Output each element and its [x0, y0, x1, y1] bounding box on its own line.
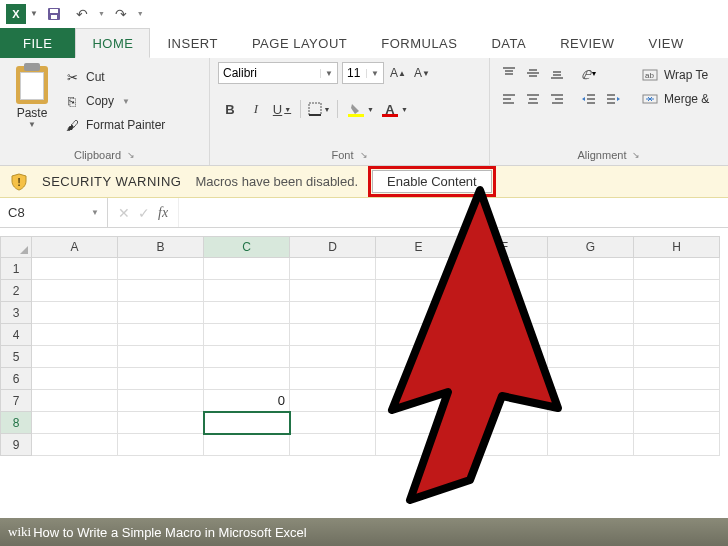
format-painter-button[interactable]: 🖌Format Painter	[64, 114, 165, 136]
column-header[interactable]: H	[634, 236, 720, 258]
paste-button[interactable]: Paste ▼	[8, 62, 56, 147]
cell[interactable]	[462, 324, 548, 346]
cell[interactable]	[462, 368, 548, 390]
cell[interactable]	[462, 434, 548, 456]
border-button[interactable]: ▼	[307, 98, 331, 120]
cell[interactable]	[548, 258, 634, 280]
cell[interactable]	[376, 390, 462, 412]
cell[interactable]	[548, 302, 634, 324]
select-all-corner[interactable]	[0, 236, 32, 258]
cell[interactable]	[118, 258, 204, 280]
merge-center-button[interactable]: Merge &	[642, 88, 709, 110]
cell[interactable]	[290, 302, 376, 324]
cell[interactable]	[376, 368, 462, 390]
tab-file[interactable]: FILE	[0, 28, 75, 58]
cell[interactable]	[118, 390, 204, 412]
row-header[interactable]: 3	[0, 302, 32, 324]
tab-insert[interactable]: INSERT	[150, 28, 234, 58]
row-header[interactable]: 2	[0, 280, 32, 302]
cell[interactable]	[32, 412, 118, 434]
cell[interactable]	[118, 412, 204, 434]
cell[interactable]	[204, 280, 290, 302]
cell[interactable]	[548, 390, 634, 412]
cell[interactable]	[32, 258, 118, 280]
cell[interactable]	[548, 412, 634, 434]
excel-app-icon[interactable]: X	[6, 4, 26, 24]
cell[interactable]	[290, 412, 376, 434]
column-header[interactable]: A	[32, 236, 118, 258]
cell[interactable]	[634, 434, 720, 456]
redo-button[interactable]: ↷	[109, 3, 133, 25]
cell[interactable]	[462, 412, 548, 434]
name-box[interactable]: C8▼	[0, 198, 108, 227]
bold-button[interactable]: B	[218, 98, 242, 120]
font-dialog-launcher-icon[interactable]: ↘	[360, 150, 368, 160]
clipboard-dialog-launcher-icon[interactable]: ↘	[127, 150, 135, 160]
column-header[interactable]: E	[376, 236, 462, 258]
tab-data[interactable]: DATA	[474, 28, 543, 58]
cell[interactable]	[204, 412, 290, 434]
cell[interactable]	[634, 346, 720, 368]
tab-formulas[interactable]: FORMULAS	[364, 28, 474, 58]
cell[interactable]	[32, 390, 118, 412]
column-header[interactable]: C	[204, 236, 290, 258]
cell[interactable]	[204, 258, 290, 280]
cell[interactable]	[290, 434, 376, 456]
align-top-button[interactable]	[498, 62, 520, 84]
italic-button[interactable]: I	[244, 98, 268, 120]
cell[interactable]	[290, 324, 376, 346]
cell[interactable]	[32, 280, 118, 302]
worksheet-grid[interactable]: ABCDEFGH 1234567089	[0, 236, 728, 456]
cell[interactable]	[634, 368, 720, 390]
cell[interactable]	[462, 346, 548, 368]
cell[interactable]	[634, 302, 720, 324]
cell[interactable]	[204, 434, 290, 456]
align-left-button[interactable]	[498, 88, 520, 110]
tab-review[interactable]: REVIEW	[543, 28, 631, 58]
cell[interactable]	[548, 434, 634, 456]
cell[interactable]	[376, 258, 462, 280]
fill-color-button[interactable]: ▼	[344, 98, 368, 120]
column-header[interactable]: D	[290, 236, 376, 258]
cell[interactable]	[32, 324, 118, 346]
row-header[interactable]: 4	[0, 324, 32, 346]
redo-dropdown-icon[interactable]: ▼	[137, 10, 144, 17]
cell[interactable]	[204, 324, 290, 346]
qat-dropdown-icon[interactable]: ▼	[30, 9, 38, 18]
save-button[interactable]	[42, 3, 66, 25]
row-header[interactable]: 6	[0, 368, 32, 390]
cell[interactable]	[118, 434, 204, 456]
wrap-text-button[interactable]: abWrap Te	[642, 64, 709, 86]
cell[interactable]	[32, 434, 118, 456]
alignment-dialog-launcher-icon[interactable]: ↘	[632, 150, 640, 160]
cell[interactable]	[204, 346, 290, 368]
row-header[interactable]: 9	[0, 434, 32, 456]
tab-page-layout[interactable]: PAGE LAYOUT	[235, 28, 364, 58]
cell[interactable]	[118, 346, 204, 368]
cell[interactable]: 0	[204, 390, 290, 412]
cell[interactable]	[118, 324, 204, 346]
fx-icon[interactable]: fx	[158, 205, 168, 221]
row-header[interactable]: 7	[0, 390, 32, 412]
cell[interactable]	[290, 390, 376, 412]
cut-button[interactable]: ✂Cut	[64, 66, 165, 88]
decrease-font-button[interactable]: A▼	[412, 62, 432, 84]
underline-button[interactable]: U▼	[270, 98, 294, 120]
cell[interactable]	[376, 434, 462, 456]
font-name-combo[interactable]: Calibri▼	[218, 62, 338, 84]
cell[interactable]	[548, 346, 634, 368]
increase-indent-button[interactable]	[602, 88, 624, 110]
cell[interactable]	[548, 324, 634, 346]
cell[interactable]	[290, 368, 376, 390]
align-center-button[interactable]	[522, 88, 544, 110]
column-header[interactable]: F	[462, 236, 548, 258]
cancel-formula-icon[interactable]: ✕	[118, 205, 130, 221]
cell[interactable]	[32, 368, 118, 390]
cell[interactable]	[634, 324, 720, 346]
undo-dropdown-icon[interactable]: ▼	[98, 10, 105, 17]
undo-button[interactable]: ↶	[70, 3, 94, 25]
cell[interactable]	[634, 280, 720, 302]
cell[interactable]	[290, 346, 376, 368]
align-bottom-button[interactable]	[546, 62, 568, 84]
column-header[interactable]: G	[548, 236, 634, 258]
